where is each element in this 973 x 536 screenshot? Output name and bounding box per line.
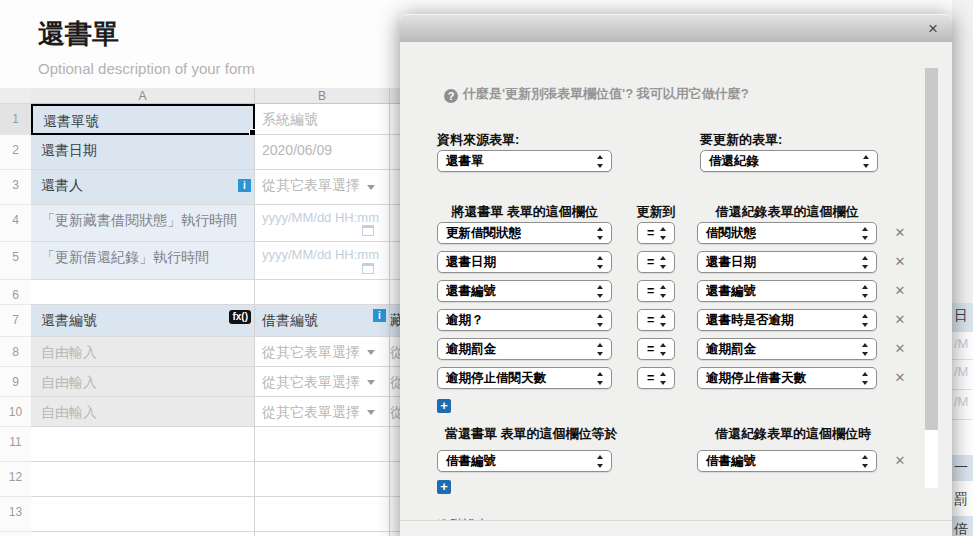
mapping-op-select[interactable]: = [637, 251, 675, 273]
dialog-titlebar[interactable]: × [400, 14, 952, 42]
dialog-scrollbar-thumb[interactable] [925, 68, 938, 430]
mapping-source-select[interactable]: 更新借閱狀態 [437, 222, 612, 244]
update-field-values-dialog: × ?什麼是'更新別張表單欄位值'? 我可以用它做什麼? 資料來源表單: 要更新… [400, 14, 952, 536]
table-row: 4 「更新藏書借閱狀態」執行時間 yyyy/MM/dd HH:mm [0, 205, 402, 242]
cell-b11[interactable] [255, 427, 390, 462]
remove-mapping-button[interactable]: ✕ [892, 367, 908, 389]
form-title[interactable]: 還書單 [38, 16, 119, 52]
form-description-placeholder[interactable]: Optional description of your form [38, 60, 255, 77]
row-header-10[interactable]: 10 [0, 397, 31, 427]
cell-b9-placeholder: 從其它表單選擇 [262, 374, 360, 390]
info-icon[interactable]: i [238, 179, 251, 192]
cell-b3-link-select[interactable]: 從其它表單選擇 [255, 170, 390, 205]
cell-b7[interactable]: 借書編號 i [255, 305, 390, 337]
mapping-target-select[interactable]: 還書日期 [697, 251, 877, 273]
cell-b1[interactable]: 系統編號 [255, 104, 390, 135]
mapping-op-select[interactable]: = [637, 338, 675, 360]
mapping-op-select[interactable]: = [637, 309, 675, 331]
row-header-2[interactable]: 2 [0, 135, 31, 170]
select-arrows-icon [861, 285, 870, 298]
remove-mapping-button[interactable]: ✕ [892, 338, 908, 360]
mapping-source-select[interactable]: 逾期罰金 [437, 338, 612, 360]
close-icon[interactable]: × [923, 18, 943, 40]
calendar-icon[interactable] [362, 263, 374, 274]
row-header-6[interactable]: 6 [0, 280, 31, 305]
cell-a11[interactable] [31, 427, 255, 462]
cell-b8-link-select[interactable]: 從其它表單選擇 [255, 337, 390, 367]
source-form-select[interactable]: 還書單 [437, 150, 612, 172]
cell-b5-datetime[interactable]: yyyy/MM/dd HH:mm [255, 242, 390, 280]
table-row: 11 [0, 427, 402, 462]
mapping-target-select[interactable]: 還書編號 [697, 280, 877, 302]
mapping-target-select[interactable]: 逾期停止借書天數 [697, 367, 877, 389]
mapping-source-select[interactable]: 逾期停止借閱天數 [437, 367, 612, 389]
target-form-select[interactable]: 借還紀錄 [700, 150, 878, 172]
mapping-source-select[interactable]: 逾期？ [437, 309, 612, 331]
cell-b9-link-select[interactable]: 從其它表單選擇 [255, 367, 390, 397]
select-arrows-icon [596, 256, 605, 269]
row-header-12[interactable]: 12 [0, 462, 31, 497]
mapping-source-select[interactable]: 還書日期 [437, 251, 612, 273]
row-header-11[interactable]: 11 [0, 427, 31, 462]
mapping-op-select[interactable]: = [637, 367, 675, 389]
condition-source-select[interactable]: 借書編號 [437, 450, 612, 472]
mapping-header-target: 借還紀錄表單的這個欄位 [697, 203, 877, 221]
cell-a12[interactable] [31, 462, 255, 497]
mapping-target-select[interactable]: 還書時是否逾期 [697, 309, 877, 331]
cell-b10-link-select[interactable]: 從其它表單選擇 [255, 397, 390, 427]
cell-a3[interactable]: 還書人 i [31, 170, 255, 205]
row-header-14[interactable]: 14 [0, 532, 31, 536]
cell-b12[interactable] [255, 462, 390, 497]
remove-condition-button[interactable]: ✕ [892, 450, 908, 472]
mapping-op-select[interactable]: = [637, 280, 675, 302]
condition-target-select[interactable]: 借書編號 [697, 450, 877, 472]
mapping-op-select[interactable]: = [637, 222, 675, 244]
row-header-1[interactable]: 1 [0, 104, 31, 135]
formula-fx-badge[interactable]: fx() [229, 310, 251, 324]
calendar-icon[interactable] [362, 225, 374, 236]
cell-a4[interactable]: 「更新藏書借閱狀態」執行時間 [31, 205, 255, 242]
mapping-target-select[interactable]: 借閱狀態 [697, 222, 877, 244]
add-mapping-button[interactable]: + [437, 399, 451, 413]
cell-a2[interactable]: 還書日期 [31, 135, 255, 170]
row-header-5[interactable]: 5 [0, 242, 31, 280]
cell-a14[interactable] [31, 532, 255, 536]
add-condition-button[interactable]: + [437, 480, 451, 494]
column-header-a[interactable]: A [31, 88, 255, 104]
cell-a8[interactable]: 自由輸入 [31, 337, 255, 367]
cell-b4-datetime[interactable]: yyyy/MM/dd HH:mm [255, 205, 390, 242]
select-arrows-icon [861, 227, 870, 240]
row-header-8[interactable]: 8 [0, 337, 31, 367]
cell-a1-selected[interactable]: 還書單號 [31, 104, 255, 135]
info-icon[interactable]: i [373, 309, 386, 322]
cell-b13[interactable] [255, 497, 390, 532]
cell-a13[interactable] [31, 497, 255, 532]
mapping-op-value: = [647, 342, 654, 356]
corner-header-cell[interactable] [0, 88, 31, 104]
help-link[interactable]: ?什麼是'更新別張表單欄位值'? 我可以用它做什麼? [444, 85, 749, 103]
mapping-target-select[interactable]: 逾期罰金 [697, 338, 877, 360]
select-arrows-icon [659, 343, 668, 356]
cell-a7[interactable]: 還書編號 fx() [31, 305, 255, 337]
table-row: 7 還書編號 fx() 借書編號 i 藏 [0, 305, 402, 337]
row-header-13[interactable]: 13 [0, 497, 31, 532]
cell-a9[interactable]: 自由輸入 [31, 367, 255, 397]
cell-b2[interactable]: 2020/06/09 [255, 135, 390, 170]
row-header-4[interactable]: 4 [0, 205, 31, 242]
cell-a6[interactable] [31, 280, 255, 305]
remove-mapping-button[interactable]: ✕ [892, 222, 908, 244]
mapping-op-value: = [647, 284, 654, 298]
cell-b14[interactable] [255, 532, 390, 536]
remove-mapping-button[interactable]: ✕ [892, 309, 908, 331]
row-header-3[interactable]: 3 [0, 170, 31, 205]
cell-b6[interactable] [255, 280, 390, 305]
remove-mapping-button[interactable]: ✕ [892, 280, 908, 302]
cell-a10[interactable]: 自由輸入 [31, 397, 255, 427]
mapping-source-select[interactable]: 還書編號 [437, 280, 612, 302]
cell-a5[interactable]: 「更新借還紀錄」執行時間 [31, 242, 255, 280]
remove-mapping-button[interactable]: ✕ [892, 251, 908, 273]
column-header-b[interactable]: B [255, 88, 390, 104]
row-header-9[interactable]: 9 [0, 367, 31, 397]
row-header-7[interactable]: 7 [0, 305, 31, 337]
dialog-scroll-viewport: ?什麼是'更新別張表單欄位值'? 我可以用它做什麼? 資料來源表單: 要更新的表… [400, 42, 952, 521]
